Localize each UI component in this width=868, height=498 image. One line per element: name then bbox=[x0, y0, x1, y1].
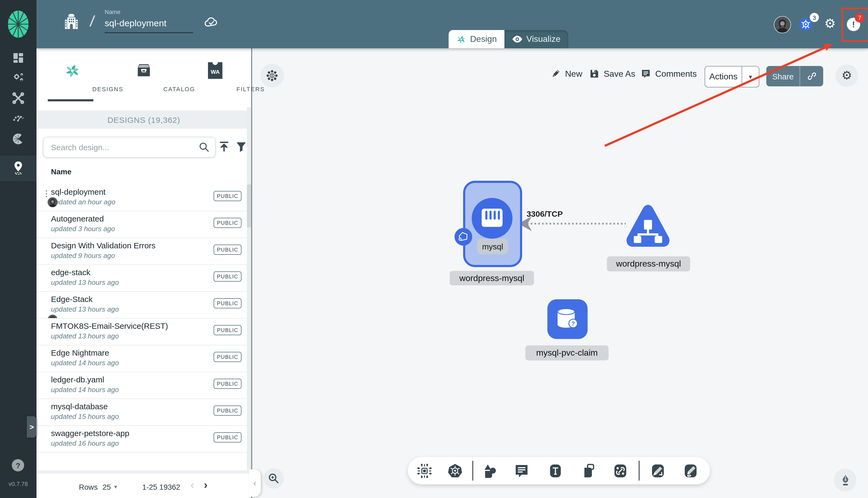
node-pvc-mysql-pvc-claim[interactable]: ? bbox=[547, 299, 587, 339]
zoom-in-button[interactable] bbox=[263, 468, 284, 489]
design-row[interactable]: mysql-database updated 15 hours ago PUBL… bbox=[37, 399, 247, 426]
save-floppy-icon bbox=[589, 69, 599, 79]
settings-gear-icon[interactable]: ⚙ bbox=[824, 17, 836, 30]
visibility-badge: PUBLIC bbox=[214, 405, 242, 416]
collapse-chevron-icon: ‹ bbox=[253, 477, 256, 488]
toolbar-divider bbox=[472, 461, 473, 481]
link-tool-icon[interactable] bbox=[613, 463, 628, 479]
freehand-draw-tool-icon[interactable] bbox=[683, 463, 698, 479]
rail-divider bbox=[0, 180, 37, 181]
share-button[interactable]: Share bbox=[766, 66, 800, 86]
user-avatar[interactable] bbox=[774, 16, 791, 33]
panel-scrollbar-thumb[interactable] bbox=[247, 184, 251, 227]
container-icon bbox=[481, 209, 503, 227]
design-row[interactable]: Autogenerated updated 3 hours ago PUBLIC bbox=[37, 211, 247, 238]
dashboard-icon[interactable] bbox=[12, 52, 25, 64]
panel-tab-filters[interactable]: WA FILTERS bbox=[179, 48, 250, 107]
actions-button[interactable]: Actions bbox=[705, 66, 742, 87]
prev-page-icon[interactable]: ‹ bbox=[191, 479, 194, 491]
kubernetes-helm-icon[interactable] bbox=[448, 463, 463, 479]
shapes-tool-icon[interactable] bbox=[483, 463, 498, 479]
pagination-range: 1-25 19362 bbox=[142, 483, 180, 491]
design-row[interactable]: ledger-db.yaml updated 14 hours ago PUBL… bbox=[37, 372, 247, 399]
toolkit-wrenches-icon[interactable] bbox=[12, 92, 25, 105]
comments-button[interactable]: Comments bbox=[641, 69, 697, 79]
copy-link-icon[interactable] bbox=[800, 66, 823, 86]
panel-scrollbar-track[interactable] bbox=[247, 107, 251, 470]
design-canvas[interactable]: New Save As Comments Actions ▼ Share bbox=[252, 48, 868, 498]
share-split-button[interactable]: Share bbox=[766, 66, 823, 86]
container-circle[interactable] bbox=[472, 198, 513, 239]
tab-design[interactable]: Design bbox=[449, 30, 504, 48]
new-design-button[interactable]: New bbox=[550, 69, 582, 79]
new-label: New bbox=[565, 69, 582, 79]
design-name-input[interactable] bbox=[105, 17, 193, 33]
design-row[interactable]: swagger-petstore-app updated 16 hours ag… bbox=[37, 426, 247, 453]
node-deployment-wordpress-mysql[interactable] bbox=[625, 204, 671, 249]
actions-dropdown-icon[interactable]: ▼ bbox=[742, 66, 759, 87]
tab-visualize[interactable]: Visualize bbox=[504, 30, 568, 48]
comment-tool-icon[interactable] bbox=[514, 463, 529, 479]
canvas-dot-grid-button[interactable] bbox=[260, 64, 284, 88]
design-updated: updated 14 hours ago bbox=[51, 359, 119, 367]
lifecycle-gears-icon[interactable] bbox=[12, 71, 25, 84]
performance-speedometer-icon[interactable] bbox=[12, 112, 25, 124]
text-tool-icon[interactable] bbox=[548, 463, 563, 479]
collapse-panel-button[interactable]: ‹ bbox=[249, 469, 261, 497]
design-row[interactable]: edge-stack updated 13 hours ago PUBLIC bbox=[37, 265, 247, 292]
sidebar-item-active-pin[interactable] bbox=[0, 156, 37, 180]
filter-funnel-icon[interactable] bbox=[235, 141, 247, 153]
note-tool-icon[interactable] bbox=[581, 463, 596, 479]
extensions-icon[interactable] bbox=[12, 132, 25, 145]
edge-style-tool-icon[interactable] bbox=[650, 463, 665, 479]
pen-mode-button[interactable] bbox=[834, 469, 856, 491]
next-page-icon[interactable]: › bbox=[204, 479, 207, 491]
canvas-toolbar bbox=[408, 457, 710, 484]
visibility-badge: PUBLIC bbox=[214, 298, 242, 309]
save-as-button[interactable]: Save As bbox=[589, 69, 635, 79]
visibility-badge: PUBLIC bbox=[214, 245, 242, 255]
design-name: FMTOK8S-Email-Service(REST) bbox=[51, 321, 168, 330]
design-name: ledger-db.yaml bbox=[51, 375, 104, 384]
canvas-settings-button[interactable]: ⚙ bbox=[835, 64, 858, 87]
search-input[interactable] bbox=[50, 137, 197, 157]
design-name: mysql-database bbox=[51, 402, 108, 411]
design-name: Design With Validation Errors bbox=[51, 241, 156, 250]
component-shape-icon[interactable] bbox=[417, 463, 432, 479]
upload-design-icon[interactable] bbox=[218, 141, 230, 153]
panel-tab-catalog[interactable]: CATALOG bbox=[108, 48, 179, 107]
design-updated: updated 15 hours ago bbox=[51, 412, 119, 420]
design-row[interactable]: Edge-Stack updated 13 hours ago PUBLIC bbox=[37, 292, 247, 318]
actions-split-button[interactable]: Actions ▼ bbox=[704, 66, 759, 88]
design-row[interactable]: Edge Nightmare updated 14 hours ago PUBL… bbox=[37, 345, 247, 372]
pen-nib-icon bbox=[839, 474, 851, 486]
comments-icon bbox=[641, 69, 651, 79]
visibility-badge: PUBLIC bbox=[214, 352, 242, 362]
notification-count-badge: 7 bbox=[855, 13, 865, 23]
row-kebab-menu-icon[interactable]: ⋮ bbox=[42, 189, 50, 198]
active-tab-underline bbox=[48, 99, 93, 101]
organization-icon[interactable] bbox=[64, 14, 78, 29]
design-name: sql-deployment bbox=[51, 187, 105, 196]
rows-per-page-select[interactable]: 25 bbox=[103, 483, 111, 491]
help-button[interactable]: ? bbox=[12, 459, 24, 471]
panel-tab-designs[interactable]: DESIGNS bbox=[37, 48, 108, 107]
rows-dropdown-icon[interactable]: ▼ bbox=[113, 484, 118, 490]
design-updated: updated 13 hours ago bbox=[51, 332, 119, 340]
svg-text:?: ? bbox=[571, 320, 575, 327]
breadcrumb-slash: / bbox=[89, 13, 96, 30]
design-row[interactable]: ⋮ sql-deployment updated an hour ago PUB… bbox=[37, 184, 247, 211]
visibility-badge: PUBLIC bbox=[214, 432, 242, 443]
pod-node-label: wordpress-mysql bbox=[450, 271, 534, 285]
mode-tabs: Design Visualize bbox=[449, 30, 568, 48]
visibility-badge: PUBLIC bbox=[214, 191, 242, 201]
design-search-box bbox=[43, 137, 216, 158]
design-row[interactable]: Design With Validation Errors updated 9 … bbox=[37, 238, 247, 265]
catalog-archive-icon bbox=[135, 62, 152, 78]
expand-sidebar-button[interactable]: > bbox=[27, 416, 37, 438]
tab-visualize-label: Visualize bbox=[527, 34, 561, 44]
design-row[interactable]: FMTOK8S-Email-Service(REST) updated 13 h… bbox=[37, 318, 247, 345]
meshery-logo[interactable] bbox=[7, 10, 29, 39]
design-author-avatar bbox=[47, 314, 58, 318]
kubernetes-context-count-badge: 3 bbox=[810, 13, 819, 22]
